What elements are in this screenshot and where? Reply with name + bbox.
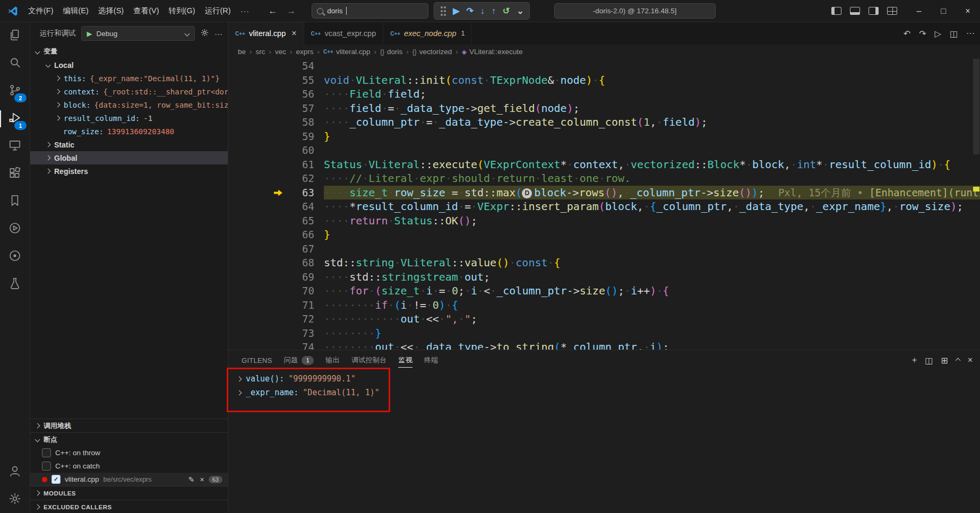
activity-bar-item-source-control[interactable]: 2: [0, 77, 30, 105]
line-number[interactable]: 62: [288, 171, 314, 186]
breakpoint-checkbox[interactable]: [42, 448, 51, 457]
section-header-excluded-callers[interactable]: EXCLUDED CALLERS: [30, 500, 228, 513]
gutter-glyph[interactable]: [228, 326, 288, 341]
watch-expression[interactable]: value():"9999999990.1": [228, 372, 980, 386]
panel-tab-GITLENS[interactable]: GITLENS: [236, 350, 278, 370]
breadcrumb-item[interactable]: {}vectorized: [412, 48, 452, 56]
scope-static[interactable]: Static: [30, 138, 228, 151]
maximize-button[interactable]: □: [931, 0, 956, 22]
tab-vcast_expr.cpp[interactable]: C++vcast_expr.cpp: [304, 22, 384, 45]
breadcrumb-item[interactable]: C++vliteral.cpp: [323, 48, 370, 56]
variable-row[interactable]: result_column_id:-1: [30, 111, 228, 125]
panel-tab-调试控制台[interactable]: 调试控制台: [346, 350, 393, 370]
activity-bar-item-remote-explorer[interactable]: [0, 133, 30, 160]
gutter-glyph[interactable]: [228, 228, 288, 242]
gutter-glyph[interactable]: [228, 73, 288, 88]
start-debug-icon[interactable]: ▶: [87, 30, 92, 38]
scope-global[interactable]: Global: [30, 151, 228, 164]
toggle-secondary-sidebar-icon[interactable]: [869, 7, 879, 15]
line-number[interactable]: 67: [288, 242, 314, 256]
continue-icon[interactable]: ▶: [453, 7, 459, 15]
navigate-back-icon[interactable]: ↶: [904, 29, 910, 39]
close-button[interactable]: ×: [956, 0, 980, 22]
breakpoint-row[interactable]: C++: on catch: [30, 459, 228, 473]
line-number[interactable]: 69: [288, 270, 314, 284]
minimize-button[interactable]: –: [907, 0, 931, 22]
menu-item[interactable]: 文件(F): [23, 6, 58, 16]
gutter-glyph[interactable]: [228, 129, 288, 144]
run-debug-icon[interactable]: ▷: [935, 29, 941, 39]
activity-bar-item-bookmarks[interactable]: [0, 188, 30, 215]
command-center-search[interactable]: doris: [312, 3, 428, 19]
breadcrumb-item[interactable]: vec: [275, 48, 286, 56]
activity-bar-item-search[interactable]: [0, 50, 30, 77]
gutter-glyph[interactable]: [228, 186, 288, 200]
line-number[interactable]: 59: [288, 129, 314, 144]
breadcrumb-item[interactable]: exprs: [296, 48, 314, 56]
line-number[interactable]: 57: [288, 101, 314, 116]
scope-registers[interactable]: Registers: [30, 164, 228, 178]
breakpoint-row[interactable]: C++: on throw: [30, 446, 228, 459]
menu-item[interactable]: 运行(R): [200, 6, 235, 16]
navigate-back-icon[interactable]: ←: [268, 6, 277, 16]
gutter-glyph[interactable]: [228, 199, 288, 214]
activity-bar-item-run-tools[interactable]: [0, 215, 30, 243]
close-panel-icon[interactable]: ×: [968, 355, 973, 365]
edit-breakpoint-icon[interactable]: ✎: [188, 475, 195, 484]
activity-bar-item-testing[interactable]: [0, 271, 30, 298]
section-header-modules[interactable]: MODULES: [30, 486, 228, 500]
gutter-glyph[interactable]: [228, 284, 288, 298]
more-actions-icon[interactable]: ···: [214, 29, 222, 38]
line-number[interactable]: 64: [288, 199, 314, 214]
line-number[interactable]: 56: [288, 87, 314, 101]
remove-breakpoint-icon[interactable]: ×: [200, 475, 204, 484]
activity-bar-item-extensions[interactable]: [0, 160, 30, 188]
maximize-panel-icon[interactable]: [956, 359, 960, 362]
gutter-glyph[interactable]: [228, 101, 288, 116]
line-number[interactable]: 73: [288, 326, 314, 341]
panel-layout-icon[interactable]: ⊞: [941, 355, 948, 366]
variables-pane-header[interactable]: 变量: [30, 45, 228, 58]
gutter-glyph[interactable]: [228, 214, 288, 228]
navigate-forward-icon[interactable]: ↷: [919, 29, 926, 39]
close-icon[interactable]: ×: [291, 29, 296, 38]
breakpoint-checkbox[interactable]: [42, 462, 51, 471]
restart-icon[interactable]: ↺: [503, 7, 510, 15]
gutter-glyph[interactable]: [228, 59, 288, 73]
variable-row[interactable]: row_size:139913609203480: [30, 125, 228, 138]
line-number[interactable]: 66: [288, 228, 314, 242]
menu-item[interactable]: 选择(S): [93, 6, 128, 16]
breakpoint-row[interactable]: ✓vliteral.cppbe/src/vec/exprs✎×63: [30, 473, 228, 486]
line-number[interactable]: 55: [288, 73, 314, 88]
debug-config-select[interactable]: ▶ Debug: [81, 26, 195, 41]
scope-local[interactable]: Local: [30, 58, 228, 72]
panel-tab-终端[interactable]: 终端: [418, 350, 444, 370]
debug-settings-gear-icon[interactable]: [200, 28, 209, 39]
variable-row[interactable]: block:{data:size=1, row_same_bit:siz…: [30, 98, 228, 111]
gutter-glyph[interactable]: [228, 242, 288, 256]
activity-bar-item-run-and-debug[interactable]: 1: [0, 105, 30, 133]
activity-bar-item-explorer[interactable]: [0, 22, 30, 50]
activity-bar-item-settings[interactable]: [0, 486, 30, 513]
toggle-sidebar-icon[interactable]: [831, 7, 841, 15]
line-number[interactable]: 68: [288, 256, 314, 270]
step-into-icon[interactable]: ↓: [480, 7, 485, 15]
section-header-调用堆栈[interactable]: 调用堆栈: [30, 419, 228, 432]
breadcrumb-item[interactable]: src: [256, 48, 265, 56]
activity-bar-item-record[interactable]: [0, 243, 30, 271]
line-number[interactable]: 61: [288, 158, 314, 172]
gutter-glyph[interactable]: [228, 312, 288, 326]
split-panel-icon[interactable]: ◫: [925, 355, 933, 366]
scrollbar-slider[interactable]: [973, 59, 979, 154]
gutter-glyph[interactable]: [228, 158, 288, 172]
gutter-glyph[interactable]: [228, 256, 288, 270]
split-editor-icon[interactable]: ◫: [950, 29, 958, 39]
menu-item[interactable]: 查看(V): [128, 6, 164, 16]
activity-bar-item-accounts[interactable]: [0, 458, 30, 486]
line-number[interactable]: 74: [288, 340, 314, 350]
add-watch-icon[interactable]: +: [912, 355, 917, 365]
variable-row[interactable]: context:{_root:std::__shared_ptr<dor…: [30, 85, 228, 98]
section-header-断点[interactable]: 断点: [30, 432, 228, 446]
tab-vliteral.cpp[interactable]: C++vliteral.cpp×: [228, 22, 304, 45]
code-editor[interactable]: 5455void·VLiteral::init(const·TExprNode&…: [228, 59, 980, 350]
